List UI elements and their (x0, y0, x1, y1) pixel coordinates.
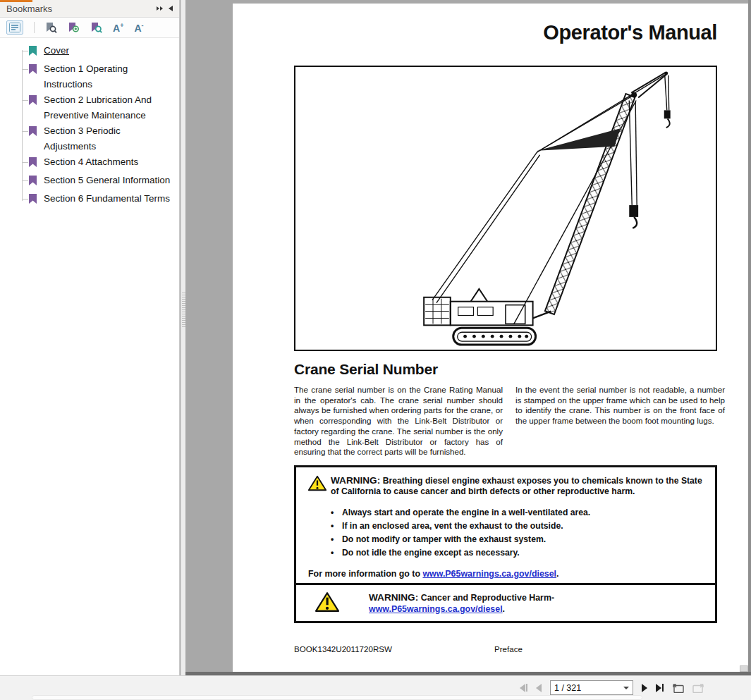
bookmark-item-section-2[interactable]: Section 2 Lubrication And Preventive Mai… (0, 92, 179, 123)
chevron-down-icon[interactable] (623, 687, 629, 689)
body-text-right-column: In the event the serial number is not re… (515, 385, 725, 426)
bookmark-item-cover[interactable]: Cover (0, 43, 179, 61)
bookmark-ribbon-icon (28, 92, 39, 111)
expand-dock-icon[interactable] (157, 6, 163, 11)
first-page-icon[interactable] (520, 684, 527, 692)
warning-text: Breathing diesel engine exhaust exposes … (331, 476, 702, 496)
bookmark-ribbon-icon (28, 173, 39, 191)
bookmark-ribbon-icon (28, 61, 39, 80)
bottom-scrollbar-pill[interactable] (32, 695, 642, 700)
bookmark-item-section-3[interactable]: Section 3 Periodic Adjustments (0, 123, 179, 154)
active-tab-accent (0, 0, 32, 2)
warning-triangle-icon (315, 591, 339, 615)
p65-warnings-link[interactable]: www.P65warnings.ca.gov/diesel (422, 569, 556, 579)
add-bookmark-icon[interactable] (68, 22, 80, 34)
bullet-dot-icon: • (331, 506, 342, 520)
bullet-dot-icon: • (331, 533, 342, 546)
p65-warnings-link[interactable]: www.P65warnings.ca.gov/diesel (369, 604, 503, 614)
locate-bookmark-icon[interactable] (90, 22, 102, 34)
section-heading: Crane Serial Number (294, 361, 438, 378)
panel-resize-handle[interactable] (181, 0, 185, 675)
last-page-icon[interactable] (656, 684, 664, 692)
bookmarks-toolbar: A+ A- (0, 18, 179, 38)
bullet-dot-icon: • (331, 520, 342, 533)
warning-bullet: •If in an enclosed area, vent the exhaus… (331, 520, 704, 533)
warning-bullet: •Do not idle the engine except as necess… (331, 546, 704, 560)
diesel-exhaust-warning-box: WARNING: Breathing diesel engine exhaust… (294, 465, 717, 588)
page-title: Operator's Manual (543, 21, 717, 44)
warning-bullet: •Do not modify or tamper with the exhaus… (331, 533, 704, 546)
warning-text: Cancer and Reproductive Harm- (421, 593, 554, 603)
collapse-panel-icon[interactable] (169, 6, 173, 11)
more-info-text: For more information go to (308, 569, 422, 579)
bookmarks-panel-header: Bookmarks (0, 0, 179, 18)
decrease-text-size-icon[interactable]: A- (134, 23, 143, 33)
warning-bullet: •Always start and operate the engine in … (331, 506, 704, 520)
sentence-period: . (503, 604, 505, 614)
crane-figure-frame (294, 66, 717, 351)
bookmarks-panel: Bookmarks A+ A- Cover Section 1 Op (0, 0, 180, 675)
crane-illustration (295, 67, 716, 350)
page-navigation-controls: 1 / 321 (520, 680, 704, 695)
cancer-warning-box: WARNING: Cancer and Reproductive Harm- w… (294, 583, 717, 623)
warning-bullet-list: •Always start and operate the engine in … (331, 506, 704, 560)
page-number-combobox[interactable]: 1 / 321 (550, 680, 633, 695)
pdf-page: Operator's Manual (233, 4, 749, 672)
bookmark-ribbon-icon (28, 43, 39, 61)
bullet-dot-icon: • (331, 546, 342, 560)
body-text-left-column: The crane serial number is on the Crane … (294, 385, 503, 458)
bookmark-tree: Cover Section 1 Operating Instructions S… (0, 38, 179, 209)
page-indicator: 1 / 321 (554, 683, 581, 693)
scrollbar-corner (740, 665, 748, 672)
document-number: BOOK1342U2011720RSW (294, 644, 392, 653)
bookmark-item-section-5[interactable]: Section 5 General Information (0, 173, 179, 191)
previous-view-icon[interactable] (672, 683, 684, 693)
warning-label: WARNING: (369, 592, 418, 603)
vertical-scrollbar[interactable] (748, 0, 751, 672)
bookmarks-panel-title: Bookmarks (6, 4, 52, 14)
sentence-period: . (556, 569, 558, 579)
previous-page-icon[interactable] (536, 684, 542, 692)
bookmark-ribbon-icon (28, 123, 39, 142)
bookmark-ribbon-icon (28, 191, 39, 209)
bookmark-item-section-1[interactable]: Section 1 Operating Instructions (0, 61, 179, 92)
toolbar-separator (34, 22, 35, 33)
page-footer-label: Preface (494, 644, 523, 653)
increase-text-size-icon[interactable]: A+ (113, 23, 123, 33)
bookmark-item-section-4[interactable]: Section 4 Attachments (0, 154, 179, 173)
document-viewport: Operator's Manual (185, 0, 751, 675)
warning-label: WARNING: (331, 475, 380, 486)
warning-triangle-icon (308, 475, 326, 494)
bookmark-ribbon-icon (28, 154, 39, 173)
find-previous-bookmark-icon[interactable] (45, 22, 57, 34)
bookmark-options-icon[interactable] (6, 20, 23, 35)
next-view-icon[interactable] (692, 683, 704, 693)
bottom-toolbar: 1 / 321 (0, 675, 751, 700)
bookmark-item-section-6[interactable]: Section 6 Fundamental Terms (0, 191, 179, 209)
next-page-icon[interactable] (642, 684, 647, 692)
